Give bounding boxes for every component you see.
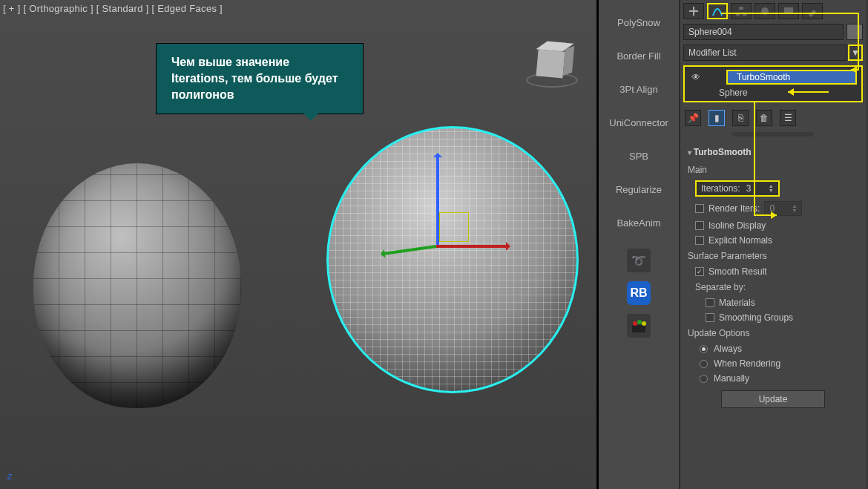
palette-icon[interactable] [627,314,651,338]
iterations-label: Iterations: [701,183,740,194]
render-iters-label: Render Iters: [708,203,760,214]
smoothing-groups-checkbox[interactable]: Smoothing Groups [686,310,860,325]
viewport[interactable]: [ + ] [ Orthographic ] [ Standard ] [ Ed… [0,0,599,489]
render-iters-checkbox[interactable]: Render Iters: 0 ▲▼ [686,199,860,218]
tool-bakeanim[interactable]: BakeAnim [599,206,679,240]
high-poly-sphere[interactable] [326,126,579,393]
modifier-sphere[interactable]: Sphere [719,88,748,98]
axis-x-icon[interactable] [436,245,507,248]
iterations-spinner[interactable]: Iterations: 3 ▲▼ [695,180,780,197]
modifier-stack[interactable]: 👁 TurboSmooth Sphere [683,65,863,102]
spinner-arrows-icon[interactable]: ▲▼ [769,184,774,193]
surface-params-label: Surface Parameters [686,248,860,264]
tool-spb[interactable]: SPB [599,140,679,173]
tool-3pt-align[interactable]: 3Pt Align [599,73,679,106]
modifier-row[interactable]: Sphere [686,86,860,99]
make-unique-button[interactable]: ⎘ [732,110,749,126]
svg-rect-5 [736,13,740,16]
svg-point-2 [637,320,642,324]
swirl-icon[interactable]: ➰ [627,249,651,272]
low-poly-sphere[interactable] [33,163,241,408]
tool-polysnow[interactable]: PolySnow [599,6,679,39]
turbosmooth-rollout: TurboSmooth Main Iterations: 3 ▲▼ Render… [680,138,866,419]
command-panel: Modifier List ▼ 👁 TurboSmooth Sphere 📌 ▮… [680,0,866,489]
rb-icon[interactable]: RB [627,281,651,305]
svg-rect-6 [743,13,746,16]
motion-tab[interactable] [754,3,775,19]
modifier-stack-toolbar: 📌 ▮ ⎘ 🗑 ☰ [680,105,866,131]
materials-checkbox[interactable]: Materials [686,295,860,310]
rollout-title[interactable]: TurboSmooth [686,141,860,162]
show-end-result-button[interactable]: ▮ [708,110,725,126]
update-when-rendering-radio[interactable]: When Rendering [686,356,860,371]
main-group-label: Main [686,162,860,178]
render-iters-spinner: 0 ▲▼ [764,201,802,216]
modifier-row[interactable]: 👁 TurboSmooth [686,68,860,86]
dropdown-arrow-icon[interactable]: ▼ [848,45,863,61]
tool-regularize[interactable]: Regularize [599,173,679,206]
svg-rect-4 [739,7,743,10]
object-name-input[interactable] [683,24,844,40]
display-tab[interactable] [778,3,799,19]
modify-tab[interactable] [707,3,728,19]
transform-gizmo[interactable] [436,237,444,245]
smooth-result-checkbox[interactable]: Smooth Result [686,264,860,279]
gizmo-plane-icon[interactable] [439,212,469,242]
svg-point-1 [633,321,637,326]
viewcube[interactable] [522,37,582,96]
scripts-toolbar: PolySnow Border Fill 3Pt Align UniConnec… [599,0,680,489]
separate-by-label: Separate by: [686,279,860,295]
object-color-swatch[interactable] [846,24,863,40]
tool-uniconnector[interactable]: UniConnector [599,106,679,140]
tool-border-fill[interactable]: Border Fill [599,39,679,73]
svg-point-3 [642,321,646,326]
explicit-normals-checkbox[interactable]: Explicit Normals [686,233,860,248]
update-button[interactable]: Update [721,390,825,408]
iterations-value[interactable]: 3 [746,183,763,194]
update-always-radio[interactable]: Always [686,341,860,356]
svg-rect-0 [632,325,645,332]
update-options-label: Update Options [686,325,860,341]
modifier-list-dropdown[interactable]: Modifier List [683,45,846,61]
isoline-display-checkbox[interactable]: Isoline Display [686,218,860,233]
annotation-tooltip: Чем выше значение Iterations, тем больше… [156,43,364,114]
hierarchy-tab[interactable] [731,3,752,19]
svg-rect-8 [784,7,793,14]
axis-indicator: z [7,471,12,482]
remove-modifier-button[interactable]: 🗑 [756,110,772,126]
update-manually-radio[interactable]: Manually [686,371,860,386]
create-tab[interactable] [683,3,704,19]
configure-sets-button[interactable]: ☰ [780,110,796,126]
rollout-grip[interactable] [732,132,814,137]
visibility-toggle-icon[interactable]: 👁 [689,72,703,82]
svg-point-7 [761,7,769,15]
utilities-tab[interactable] [802,3,823,19]
viewport-label[interactable]: [ + ] [ Orthographic ] [ Standard ] [ Ed… [3,3,223,14]
modifier-turbosmooth[interactable]: TurboSmooth [726,70,857,85]
command-panel-tabs [680,0,866,22]
pin-stack-button[interactable]: 📌 [685,110,701,126]
